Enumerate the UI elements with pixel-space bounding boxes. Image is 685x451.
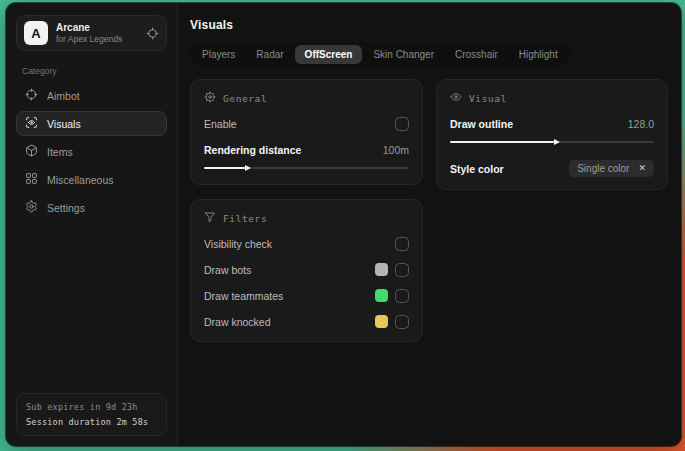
sidebar-item-miscellaneous[interactable]: Miscellaneous [16,167,167,192]
enable-checkbox[interactable] [395,117,409,131]
category-label: Category [22,66,161,76]
draw-teammates-color-swatch[interactable] [375,289,388,302]
app-window: A Arcane for Apex Legends Category A [6,3,681,446]
clear-icon[interactable]: ✕ [638,164,646,173]
tab-radar[interactable]: Radar [246,45,293,64]
draw-knocked-row: Draw knocked [204,314,409,329]
general-panel: General Enable Rendering distance 100m [190,79,423,185]
session-duration-text: Session duration 2m 58s [26,417,157,427]
sidebar-item-visuals[interactable]: Visuals [16,111,167,136]
draw-teammates-row: Draw teammates [204,288,409,303]
sidebar: A Arcane for Apex Legends Category A [6,3,178,446]
sidebar-item-aimbot[interactable]: Aimbot [16,83,167,108]
cog-icon [204,91,216,105]
visibility-check-label: Visibility check [204,238,272,250]
tab-bar: Players Radar OffScreen Skin Changer Cro… [190,43,570,66]
slider-thumb-arrow[interactable] [554,139,560,145]
sidebar-item-label: Aimbot [47,90,80,102]
tab-players[interactable]: Players [192,45,245,64]
filters-panel-header: Filters [204,211,409,225]
grid-icon [25,172,38,187]
visual-panel: Visual Draw outline 128.0 Style color [436,79,668,190]
sidebar-item-settings[interactable]: Settings [16,195,167,220]
gear-icon [25,200,38,215]
eye-icon [450,91,462,105]
style-color-select[interactable]: Single color ✕ [569,160,654,177]
crosshair-icon [25,88,38,103]
app-name: Arcane [56,22,122,33]
tab-offscreen[interactable]: OffScreen [295,45,363,64]
sub-expires-text: Sub expires in 9d 23h [26,402,157,412]
draw-outline-slider[interactable] [450,137,654,146]
enable-label: Enable [204,118,237,130]
draw-bots-label: Draw bots [204,264,251,276]
draw-teammates-label: Draw teammates [204,290,283,302]
enable-row: Enable [204,116,409,131]
draw-bots-row: Draw bots [204,262,409,277]
sidebar-item-label: Settings [47,202,85,214]
draw-knocked-label: Draw knocked [204,316,271,328]
rendering-distance-row: Rendering distance 100m [204,142,409,157]
visual-panel-title: Visual [469,93,507,104]
style-color-label: Style color [450,163,504,175]
draw-teammates-checkbox[interactable] [395,289,409,303]
draw-outline-row: Draw outline 128.0 [450,116,654,131]
slider-fill [204,167,245,169]
draw-bots-checkbox[interactable] [395,263,409,277]
style-color-row: Style color Single color ✕ [450,160,654,177]
package-icon [25,144,38,159]
style-color-value: Single color [577,163,629,174]
tab-highlight[interactable]: Highlight [509,45,568,64]
sidebar-nav: Aimbot Visuals [16,83,167,220]
page-title: Visuals [190,18,673,32]
visual-panel-header: Visual [450,91,654,105]
sidebar-item-label: Items [47,146,73,158]
visibility-check-checkbox[interactable] [395,237,409,251]
filters-panel: Filters Visibility check Draw bots [190,199,423,342]
rendering-distance-slider[interactable] [204,163,409,172]
app-subtitle: for Apex Legends [56,35,122,44]
sidebar-item-items[interactable]: Items [16,139,167,164]
draw-outline-label: Draw outline [450,118,513,130]
app-title-block: Arcane for Apex Legends [56,22,122,44]
sidebar-item-label: Miscellaneous [47,174,114,186]
filters-panel-title: Filters [223,213,267,224]
app-header-card: A Arcane for Apex Legends [16,15,167,51]
app-logo: A [24,21,48,45]
tab-crosshair[interactable]: Crosshair [445,45,508,64]
draw-knocked-color-swatch[interactable] [375,315,388,328]
subscription-card: Sub expires in 9d 23h Session duration 2… [16,393,167,436]
draw-outline-value: 128.0 [628,118,654,130]
general-panel-title: General [223,93,267,104]
slider-thumb-arrow[interactable] [245,165,251,171]
panel-grid: General Enable Rendering distance 100m [190,79,673,342]
visibility-check-row: Visibility check [204,236,409,251]
funnel-icon [204,211,216,225]
draw-bots-color-swatch[interactable] [375,263,388,276]
general-panel-header: General [204,91,409,105]
target-icon[interactable] [146,27,159,40]
scan-eye-icon [25,116,38,131]
slider-fill [450,141,554,143]
tab-skin-changer[interactable]: Skin Changer [363,45,444,64]
rendering-distance-value: 100m [383,144,409,156]
main-content: Visuals Players Radar OffScreen Skin Cha… [178,3,681,446]
draw-knocked-checkbox[interactable] [395,315,409,329]
sidebar-item-label: Visuals [47,118,81,130]
app-logo-letter: A [31,26,40,41]
rendering-distance-label: Rendering distance [204,144,301,156]
